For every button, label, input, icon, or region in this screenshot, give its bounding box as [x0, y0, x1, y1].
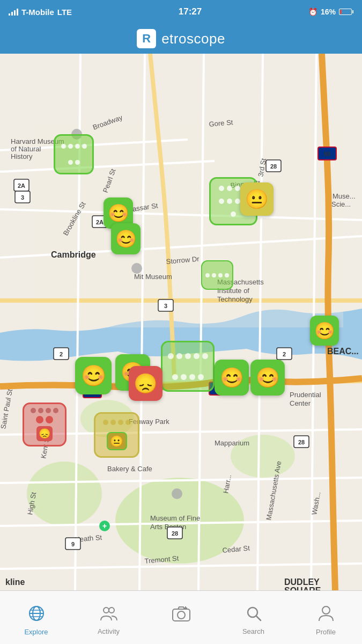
- svg-text:Museum of Fine: Museum of Fine: [150, 514, 200, 522]
- battery-icon: [339, 9, 353, 15]
- marker-happy-6[interactable]: 😊: [215, 360, 249, 396]
- svg-text:+: +: [102, 522, 107, 530]
- globe-icon: [28, 605, 45, 626]
- svg-text:BEAC...: BEAC...: [327, 347, 359, 356]
- marker-happy-4[interactable]: 😊: [75, 357, 112, 394]
- app-title: etroscope: [161, 31, 225, 47]
- marker-sad-1[interactable]: 😞: [129, 366, 162, 401]
- svg-text:Prudential: Prudential: [290, 391, 321, 399]
- svg-point-96: [109, 608, 114, 613]
- signal-icon: [9, 8, 18, 16]
- svg-text:DUDLEY: DUDLEY: [284, 577, 320, 587]
- svg-text:of Natural: of Natural: [11, 145, 41, 153]
- status-left: T-Mobile LTE: [9, 8, 72, 17]
- nav-profile[interactable]: Profile: [290, 599, 362, 636]
- map-view[interactable]: Storrow Dr Vassar St Brookline St Pearl …: [0, 54, 362, 590]
- svg-text:3: 3: [164, 303, 167, 309]
- marker-happy-3[interactable]: 😊: [310, 316, 339, 346]
- svg-point-95: [104, 608, 109, 613]
- app-header: Я etroscope: [0, 24, 362, 54]
- marker-neutral-1[interactable]: 😐: [240, 182, 274, 216]
- svg-text:Scie...: Scie...: [331, 200, 351, 208]
- svg-text:28: 28: [298, 439, 305, 445]
- svg-text:28: 28: [270, 163, 277, 170]
- people-icon: [100, 605, 118, 625]
- svg-text:Cambridge: Cambridge: [51, 250, 96, 259]
- nav-explore-label: Explore: [24, 628, 48, 636]
- nav-post[interactable]: [145, 599, 217, 635]
- svg-text:2A: 2A: [18, 182, 25, 189]
- svg-text:SQUARE: SQUARE: [284, 586, 321, 590]
- svg-text:Center: Center: [290, 399, 311, 407]
- svg-text:Technology: Technology: [217, 295, 253, 303]
- marker-sad-cluster[interactable]: 😞: [23, 402, 67, 447]
- svg-point-2: [27, 462, 102, 526]
- marker-happy-2[interactable]: 😊: [111, 223, 141, 254]
- svg-line-102: [256, 616, 261, 620]
- svg-text:9: 9: [71, 541, 75, 547]
- marker-cluster-yellow[interactable]: 😐: [94, 412, 139, 458]
- network-label: LTE: [57, 8, 72, 17]
- bottom-nav: Explore Activity: [0, 590, 362, 644]
- svg-text:2: 2: [60, 351, 63, 357]
- map-background: Storrow Dr Vassar St Brookline St Pearl …: [0, 54, 362, 590]
- carrier-label: T-Mobile: [21, 8, 54, 17]
- marker-cluster-3[interactable]: [201, 260, 233, 290]
- app-logo: Я: [137, 29, 156, 48]
- nav-search-label: Search: [242, 627, 264, 635]
- svg-point-98: [178, 611, 185, 619]
- svg-text:Mapparium: Mapparium: [215, 439, 249, 447]
- nav-search[interactable]: Search: [217, 600, 290, 635]
- camera-plus-icon: [172, 605, 191, 626]
- status-right: ⏰ 16%: [308, 8, 353, 16]
- svg-text:Muse...: Muse...: [333, 192, 356, 200]
- time-display: 17:27: [179, 6, 202, 17]
- status-bar: T-Mobile LTE 17:27 ⏰ 16%: [0, 0, 362, 24]
- svg-text:Mit Museum: Mit Museum: [134, 273, 172, 281]
- marker-happy-7[interactable]: 😊: [250, 360, 285, 396]
- svg-point-85: [131, 263, 142, 274]
- svg-text:28: 28: [172, 530, 178, 537]
- svg-text:History: History: [11, 152, 33, 160]
- svg-text:93: 93: [324, 151, 330, 157]
- nav-activity-label: Activity: [98, 627, 120, 635]
- svg-text:2: 2: [283, 351, 286, 357]
- marker-cluster-4[interactable]: [161, 341, 215, 392]
- search-icon: [246, 605, 262, 625]
- person-icon: [318, 605, 334, 626]
- svg-text:kline: kline: [5, 577, 25, 587]
- nav-explore[interactable]: Explore: [0, 599, 72, 636]
- battery-label: 16%: [321, 8, 336, 16]
- svg-point-86: [172, 488, 182, 499]
- svg-text:Bakery & Cafe: Bakery & Cafe: [107, 465, 152, 473]
- svg-text:3: 3: [21, 194, 24, 201]
- svg-point-103: [322, 606, 330, 614]
- marker-cluster-1[interactable]: [54, 134, 94, 174]
- nav-profile-label: Profile: [316, 628, 336, 636]
- alarm-icon: ⏰: [308, 8, 317, 16]
- svg-text:2A: 2A: [96, 219, 104, 225]
- nav-activity[interactable]: Activity: [72, 600, 145, 635]
